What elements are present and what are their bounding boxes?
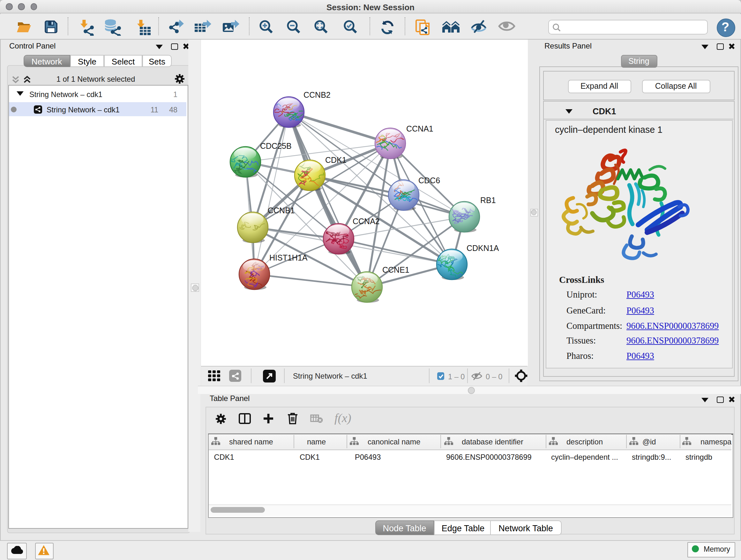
svg-text:RB1: RB1 <box>480 196 495 205</box>
svg-text:CDK1: CDK1 <box>325 155 346 165</box>
svg-text:CCNA2: CCNA2 <box>352 217 380 226</box>
svg-text:CDC6: CDC6 <box>418 176 440 185</box>
svg-text:CCNE1: CCNE1 <box>382 265 409 274</box>
svg-text:CCNA1: CCNA1 <box>406 124 433 133</box>
svg-text:HIST1H1A: HIST1H1A <box>269 253 307 262</box>
svg-text:CCNB1: CCNB1 <box>267 206 294 215</box>
svg-text:CDKN1A: CDKN1A <box>466 244 499 253</box>
svg-text:CCNB2: CCNB2 <box>303 90 330 99</box>
svg-text:CDC25B: CDC25B <box>260 141 291 150</box>
